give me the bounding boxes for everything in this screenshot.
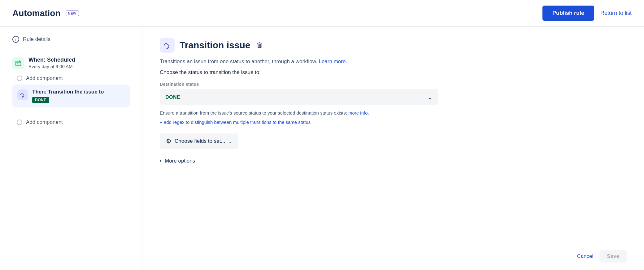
learn-more-link[interactable]: Learn more. [319,59,347,64]
more-options-label: More options [165,158,195,164]
choose-fields-button[interactable]: ⚙ Choose fields to set... ⌄ [160,133,238,149]
return-to-list-button[interactable]: Return to list [600,10,632,16]
dot-circle-2 [17,120,22,125]
connector-line [21,110,21,116]
svg-rect-0 [16,61,21,66]
chevron-down-small-icon: ⌄ [228,138,232,144]
gear-icon: ⚙ [166,137,172,145]
content-transition-icon [160,38,175,53]
sidebar: i Rule details When: Scheduled Every day… [0,27,142,270]
sidebar-rule-details: i Rule details [12,36,130,43]
add-regex-link[interactable]: + add regex to distinguish between multi… [160,120,627,125]
new-badge: NEW [66,11,79,16]
app-title: Automation [12,8,61,18]
dot-circle-1 [17,76,22,81]
header-actions: Publish rule Return to list [542,6,632,21]
add-component-2[interactable]: Add component [13,116,130,128]
add-component-label-2: Add component [26,119,63,125]
done-badge: DONE [32,97,49,103]
svg-rect-1 [17,63,18,64]
publish-rule-button[interactable]: Publish rule [542,6,594,21]
add-component-label-1: Add component [26,75,63,81]
choose-fields-label: Choose fields to set... [175,138,225,144]
destination-status-label: Destination status [160,82,627,87]
content-panel: Transition issue 🗑 Transitions an issue … [142,27,644,270]
content-description: Transitions an issue from one status to … [160,58,627,66]
sidebar-divider [12,49,130,49]
content-title: Transition issue [180,40,250,50]
calendar-icon [12,57,24,69]
info-icon: i [12,36,19,43]
main-layout: i Rule details When: Scheduled Every day… [0,27,644,270]
then-block[interactable]: Then: Transition the issue to DONE [12,85,130,107]
delete-icon[interactable]: 🗑 [256,41,263,49]
svg-point-3 [167,48,168,49]
choose-status-text: Choose the status to transition the issu… [160,69,627,76]
cancel-button[interactable]: Cancel [577,253,593,259]
destination-status-value: DONE [165,94,180,100]
destination-status-dropdown[interactable]: DONE ⌄ [160,89,438,105]
when-block: When: Scheduled Every day at 9:00 AM [12,57,130,69]
save-button[interactable]: Save [599,250,627,263]
header: Automation NEW Publish rule Return to li… [0,0,644,27]
transition-icon [17,89,28,100]
more-options[interactable]: › More options [160,158,627,164]
add-component-1[interactable]: Add component [13,72,130,85]
when-content: When: Scheduled Every day at 9:00 AM [28,57,75,69]
chevron-down-icon: ⌄ [428,94,433,101]
rule-details-label: Rule details [23,36,50,42]
chevron-right-icon: › [160,158,162,164]
content-header: Transition issue 🗑 [160,38,627,53]
svg-point-2 [22,96,23,98]
footer-actions: Cancel Save [577,250,627,263]
then-label: Then: Transition the issue to [32,89,104,95]
then-content: Then: Transition the issue to DONE [32,89,104,103]
when-label: When: Scheduled [28,57,75,63]
ensure-text: Ensure a transition from the issue's sou… [160,110,438,117]
when-sub: Every day at 9:00 AM [28,64,75,69]
more-info-link[interactable]: more info. [348,110,369,115]
